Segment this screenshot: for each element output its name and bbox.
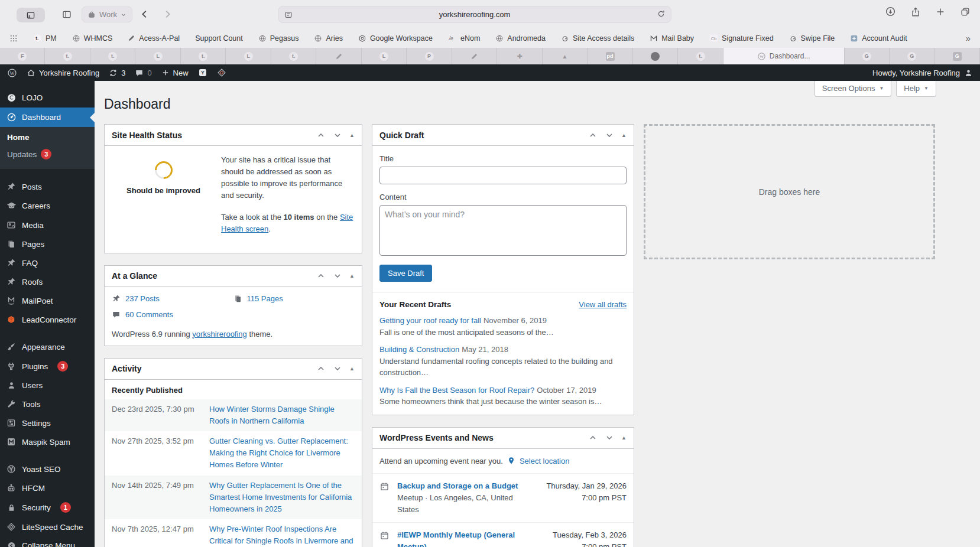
sidebar-item-collapse-menu[interactable]: Collapse Menu <box>0 536 95 547</box>
screen-options-button[interactable]: Screen Options▼ <box>814 81 892 97</box>
widget-header[interactable]: WordPress Events and News ▲ <box>372 428 634 449</box>
site-name-menu[interactable]: Yorkshire Roofing <box>27 69 99 77</box>
browser-tab[interactable] <box>316 48 361 64</box>
view-all-drafts-link[interactable]: View all drafts <box>579 300 627 309</box>
bookmark-item[interactable]: Pegasus <box>258 34 299 43</box>
bookmark-item[interactable]: Google Workspace <box>358 34 433 43</box>
forward-button[interactable] <box>162 6 173 22</box>
sidebar-item-litespeed-cache[interactable]: LiteSpeed Cache <box>0 517 95 536</box>
url-field[interactable]: yorkshireroofing.com <box>278 6 671 23</box>
move-up-button[interactable] <box>316 131 326 140</box>
bookmark-item[interactable]: Andromeda <box>495 34 546 43</box>
post-title-link[interactable]: How Winter Storms Damage Shingle Roofs i… <box>209 403 355 427</box>
glance-comments-link[interactable]: 60 Comments <box>125 310 173 319</box>
sidebar-item-posts[interactable]: Posts <box>0 177 95 196</box>
move-down-button[interactable] <box>333 271 342 281</box>
widget-header[interactable]: At a Glance ▲ <box>105 266 362 287</box>
browser-tab[interactable] <box>452 48 497 64</box>
move-up-button[interactable] <box>316 364 326 373</box>
sidebar-item-maspik-spam[interactable]: Maspik Spam <box>0 432 95 451</box>
sidebar-item-mailpoet[interactable]: MailPoet <box>0 291 95 310</box>
quick-draft-content-input[interactable] <box>379 205 627 256</box>
tab-overview-button[interactable] <box>960 6 971 19</box>
select-location-link[interactable]: Select location <box>520 457 570 465</box>
sidebar-item-media[interactable]: Media <box>0 216 95 235</box>
litespeed-menu[interactable] <box>217 68 226 77</box>
event-title-link[interactable]: #IEWP Monthly Meetup (General Meetup) <box>397 529 523 547</box>
browser-tab[interactable]: F <box>0 48 45 64</box>
draft-title-link[interactable]: Why Is Fall the Best Season for Roof Rep… <box>379 386 534 395</box>
reload-button[interactable] <box>657 9 666 20</box>
bookmark-item[interactable]: t.PM <box>33 34 57 43</box>
post-title-link[interactable]: Why Pre-Winter Roof Inspections Are Crit… <box>209 523 355 547</box>
toggle-panel-button[interactable]: ▲ <box>349 132 355 138</box>
draft-title-link[interactable]: Building & Construction <box>379 345 459 354</box>
new-tab-button[interactable] <box>935 6 946 19</box>
post-title-link[interactable]: Why Gutter Replacement Is One of the Sma… <box>209 480 355 515</box>
toggle-panel-button[interactable]: ▲ <box>621 435 627 441</box>
toggle-panel-button[interactable]: ▲ <box>621 132 627 138</box>
sidebar-item-security[interactable]: Security1 <box>0 497 95 517</box>
bookmark-item[interactable]: Acess-A-Pal <box>128 34 180 43</box>
move-up-button[interactable] <box>588 131 598 140</box>
sidebar-item-careers[interactable]: Careers <box>0 196 95 216</box>
toggle-panel-button[interactable]: ▲ <box>349 273 355 279</box>
updates-menu[interactable]: 3 <box>109 69 125 77</box>
glance-pages-link[interactable]: 115 Pages <box>247 294 283 303</box>
move-down-button[interactable] <box>605 131 614 140</box>
howdy-label[interactable]: Howdy, Yorkshire Roofing <box>872 69 960 77</box>
move-up-button[interactable] <box>588 433 598 442</box>
bookmarks-overflow-button[interactable]: » <box>966 33 971 43</box>
browser-tab[interactable]: t. <box>90 48 135 64</box>
sidebar-item-users[interactable]: Users <box>0 376 95 395</box>
tab-active-dashboard[interactable]: WDashboard... <box>723 48 845 64</box>
bookmark-item[interactable]: CbSignature Fixed <box>709 34 774 43</box>
profile-window-button[interactable] <box>17 8 45 22</box>
sidebar-item-lojo[interactable]: LOJO <box>0 88 95 108</box>
bookmark-item[interactable]: Support Count <box>195 34 243 43</box>
sidebar-item-appearance[interactable]: Appearance <box>0 337 95 356</box>
browser-tab[interactable]: L <box>135 48 180 64</box>
back-button[interactable] <box>139 6 150 22</box>
sidebar-item-settings[interactable]: Settings <box>0 413 95 432</box>
help-button[interactable]: Help▼ <box>896 81 936 97</box>
browser-tab[interactable]: G <box>935 48 980 64</box>
sidebar-item-yoast-seo[interactable]: Yoast SEO <box>0 460 95 478</box>
sidebar-toggle-button[interactable] <box>61 6 72 22</box>
browser-tab[interactable]: P <box>407 48 452 64</box>
draft-title-link[interactable]: Getting your roof ready for fall <box>379 316 481 325</box>
widget-header[interactable]: Quick Draft ▲ <box>372 125 634 146</box>
browser-tab[interactable]: L <box>226 48 271 64</box>
tab-group-button[interactable]: Work <box>82 6 132 22</box>
event-title-link[interactable]: Backup and Storage on a Budget <box>397 480 523 492</box>
bookmark-item[interactable]: Site Access details <box>561 34 634 43</box>
wp-logo-menu[interactable]: W <box>7 68 17 78</box>
widget-header[interactable]: Site Health Status ▲ <box>105 125 362 146</box>
sidebar-subitem-home[interactable]: Home <box>0 129 95 145</box>
move-down-button[interactable] <box>605 433 614 442</box>
sidebar-item-leadconnector[interactable]: LeadConnector <box>0 310 95 329</box>
bookmark-item[interactable]: Aries <box>314 34 342 43</box>
glance-posts-link[interactable]: 237 Posts <box>125 294 160 303</box>
save-draft-button[interactable]: Save Draft <box>379 265 432 282</box>
bookmark-item[interactable]: Swipe File <box>789 34 835 43</box>
browser-tab[interactable]: ▲ <box>543 48 588 64</box>
sidebar-item-roofs[interactable]: Roofs <box>0 272 95 291</box>
quick-draft-title-input[interactable] <box>379 167 627 184</box>
browser-tab[interactable]: pd <box>588 48 632 64</box>
sidebar-item-pages[interactable]: Pages <box>0 235 95 253</box>
empty-widget-dropzone[interactable]: Drag boxes here <box>644 124 935 259</box>
comments-menu[interactable]: 0 <box>135 69 151 77</box>
theme-link[interactable]: yorkshireroofing <box>192 330 247 338</box>
bookmark-item[interactable]: WHMCS <box>72 34 113 43</box>
sidebar-item-hfcm[interactable]: HFCM <box>0 478 95 497</box>
browser-tab[interactable]: t. <box>678 48 723 64</box>
browser-tab[interactable]: L <box>362 48 407 64</box>
sidebar-item-faq[interactable]: FAQ <box>0 253 95 272</box>
move-down-button[interactable] <box>333 364 342 373</box>
downloads-button[interactable] <box>885 6 896 19</box>
move-up-button[interactable] <box>316 271 326 281</box>
move-down-button[interactable] <box>333 131 342 140</box>
sidebar-item-dashboard[interactable]: Dashboard <box>0 108 95 127</box>
yoast-menu[interactable]: Y <box>198 68 207 77</box>
